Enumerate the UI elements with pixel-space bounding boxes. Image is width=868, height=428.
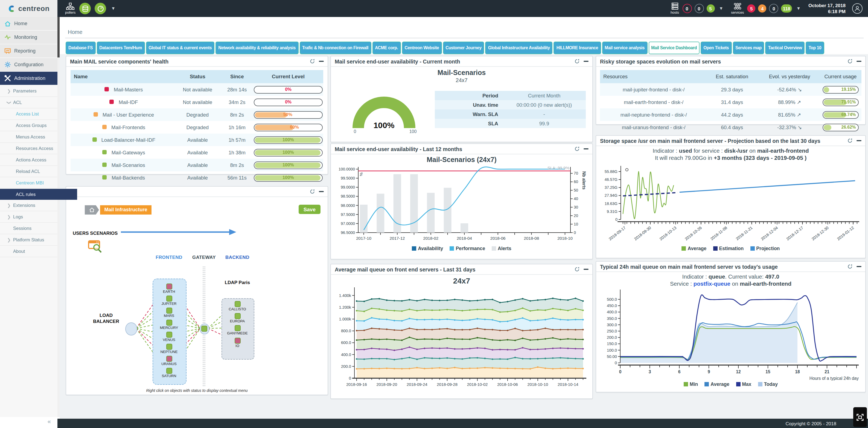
refresh-icon[interactable] [574, 146, 580, 152]
services-badge-2[interactable]: 0 [769, 4, 779, 13]
tab-tactical-overview[interactable]: Tactical Overview [766, 41, 805, 54]
poller-database-status[interactable] [79, 3, 91, 14]
load-balancer-node[interactable] [125, 322, 137, 336]
tab-open-tickets[interactable]: Open Tickets [701, 41, 732, 54]
sidebar-subitem-acl-rules[interactable]: ACL rules [0, 189, 77, 200]
sidebar-subitem-centreon-mbi[interactable]: Centreon MBI [0, 177, 57, 189]
sidebar-item-reporting[interactable]: Reporting [0, 44, 57, 57]
tab-centreon-website[interactable]: Centreon Website [402, 41, 442, 54]
node-uranus[interactable] [166, 355, 172, 362]
tab-hillmore-insurance[interactable]: HILLMORE Insurance [554, 41, 601, 54]
node-[interactable] [201, 325, 207, 332]
sidebar-item-configuration[interactable]: Configuration [0, 58, 57, 71]
node-jupiter[interactable] [166, 295, 172, 301]
refresh-icon[interactable] [847, 59, 853, 64]
sidebar-item-administration[interactable]: Administration [0, 72, 57, 85]
sidebar-subitem-sessions[interactable]: Sessions [0, 223, 57, 234]
sidebar-item-home[interactable]: Home [0, 17, 57, 30]
panel-infrastructure: Mail Infrastructure Save USERS SCENARIOS… [66, 186, 328, 395]
user-avatar[interactable] [852, 3, 863, 14]
sidebar-subitem-logs[interactable]: ❯Logs [0, 211, 57, 223]
refresh-icon[interactable] [310, 189, 315, 194]
minimize-icon[interactable] [857, 140, 862, 141]
sidebar-subitem-acl[interactable]: ❯ACL [0, 97, 57, 108]
hosts-menu[interactable]: hosts [671, 3, 679, 14]
node-mercury[interactable] [166, 319, 172, 325]
tab-customer-journey[interactable]: Customer Journey [443, 41, 484, 54]
node-earth[interactable] [166, 283, 172, 289]
minimize-icon[interactable] [857, 61, 862, 62]
sidebar-collapse[interactable]: « [0, 417, 57, 428]
tab-mail-service-dashboard[interactable]: Mail Service Dashboard [648, 41, 700, 54]
legend-item: Alerts [492, 246, 512, 251]
sidebar-scrollbar-thumb[interactable] [57, 17, 60, 57]
hosts-badge-2[interactable]: 5 [706, 4, 715, 12]
sidebar-subitem-platform-status[interactable]: ❯Platform Status [0, 234, 57, 246]
hosts-chevron-down-icon[interactable]: ▼ [719, 6, 723, 11]
minimize-icon[interactable] [857, 266, 862, 267]
sidebar-subitem-actions-access[interactable]: Actions Access [0, 154, 57, 166]
chart-legend: MinAverageMaxToday [596, 381, 865, 387]
node-venus[interactable] [166, 332, 172, 337]
minimize-icon[interactable] [584, 269, 589, 270]
minimize-icon[interactable] [584, 61, 589, 62]
sidebar-subitem-reload-acl[interactable]: Reload ACL [0, 166, 57, 177]
svg-text:98.5000: 98.5000 [341, 194, 355, 198]
browser-scenario-icon[interactable] [88, 240, 103, 255]
refresh-icon[interactable] [847, 264, 853, 269]
services-badge-1[interactable]: 4 [758, 4, 767, 12]
sidebar-subitem-parameters[interactable]: ❯Parameters [0, 85, 57, 97]
tab-mail-service-analysis[interactable]: Mail service analysis [602, 41, 647, 54]
hosts-badge-1[interactable]: 0 [694, 4, 704, 13]
refresh-icon[interactable] [574, 266, 580, 272]
breadcrumb[interactable]: Home [68, 29, 82, 35]
tab-database-fs[interactable]: Database FS [66, 41, 95, 54]
legend-item: Performance [450, 246, 485, 251]
node-europa[interactable] [235, 313, 240, 319]
tab-global-infrastructure-availability[interactable]: Global Infrastructure Availability [486, 41, 553, 54]
map-breadcrumb[interactable]: Mail Infrastructure [100, 205, 152, 215]
sidebar-subitem-resources-access[interactable]: Resources Access [0, 143, 57, 154]
minimize-icon[interactable] [584, 148, 589, 150]
svg-text:2018-11-08: 2018-11-08 [710, 225, 728, 241]
services-badge-0[interactable]: 5 [747, 4, 755, 12]
refresh-icon[interactable] [847, 138, 853, 143]
save-button[interactable]: Save [299, 205, 320, 214]
tab-trafic-nb-connection-on-firewall[interactable]: Trafic & Nb connection on Firewall [300, 41, 371, 54]
refresh-icon[interactable] [310, 59, 315, 64]
tab-services-map[interactable]: Services map [733, 41, 764, 54]
node-io[interactable] [235, 337, 240, 343]
pollers-chevron-down-icon[interactable]: ▼ [111, 6, 115, 11]
refresh-icon[interactable] [574, 59, 580, 64]
minimize-icon[interactable] [319, 191, 324, 192]
tab-datacenters-tem-hum[interactable]: Datacenters Tem/Hum [96, 41, 145, 54]
services-menu[interactable]: services [731, 3, 744, 14]
sidebar-subitem-extensions[interactable]: ❯Extensions [0, 200, 57, 211]
node-ganymede[interactable] [235, 325, 240, 331]
pollers-menu[interactable]: pollers [65, 3, 75, 14]
sidebar-item-monitoring[interactable]: Monitoring [0, 31, 57, 44]
minimize-icon[interactable] [319, 61, 324, 62]
tab-acme-corp-[interactable]: ACME corp. [372, 41, 401, 54]
tab-global-it-status-current-events[interactable]: Global IT status & current events [146, 41, 214, 54]
svg-text:2018-10-26: 2018-10-26 [684, 225, 703, 241]
centreon-logo[interactable]: centreon [0, 0, 57, 17]
tab-top-10[interactable]: Top 10 [806, 41, 824, 54]
node-saturn[interactable] [166, 368, 172, 374]
fullscreen-button[interactable] [853, 407, 867, 427]
node-label: URANUS [154, 362, 184, 366]
hosts-badge-0[interactable]: 0 [682, 4, 692, 13]
node-mars[interactable] [166, 307, 172, 313]
poller-latency-status[interactable] [95, 3, 106, 14]
node-neptune[interactable] [166, 343, 172, 349]
sidebar-subitem-about[interactable]: About [0, 246, 57, 257]
tab-network-availability-reliability-analysis[interactable]: Network availability & reliability analy… [216, 41, 298, 54]
services-chevron-down-icon[interactable]: ▼ [796, 6, 801, 11]
sidebar-subitem-menus-access[interactable]: Menus Access [0, 131, 57, 143]
sidebar-scrollbar[interactable] [57, 17, 60, 417]
services-badge-3[interactable]: 118 [781, 4, 792, 12]
sidebar-subitem-access-list[interactable]: Access List [0, 108, 57, 120]
table-row: Mail-FrontendsDegraded1h 16m60% [70, 121, 323, 134]
node-callisto[interactable] [235, 301, 240, 307]
sidebar-subitem-access-groups[interactable]: Access Groups [0, 120, 57, 131]
